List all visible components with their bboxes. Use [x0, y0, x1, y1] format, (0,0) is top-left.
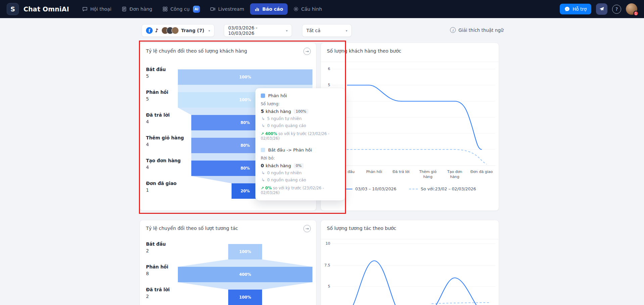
receipt-icon [121, 6, 127, 12]
channel-dropdown[interactable]: Tất cả ▾ [302, 24, 352, 37]
open-detail-arrow-icon[interactable]: → [303, 225, 311, 232]
nav-label: Hội thoại [90, 6, 111, 12]
tooltip-section1-header: Phản hồi [261, 93, 340, 98]
y-tick: 7.5 [323, 263, 330, 267]
tiktok-icon: ♪ [155, 27, 158, 34]
series-compare-line [336, 149, 487, 164]
card-title: Tỷ lệ chuyển đổi theo số lượng khách hàn… [146, 48, 247, 54]
funnel-bar[interactable]: 100% [178, 69, 312, 85]
x-label: Đã trả lời [388, 170, 414, 175]
x-label: Thêm giỏ hàng [416, 170, 439, 180]
open-detail-arrow-icon[interactable]: → [303, 48, 311, 55]
ai-badge: AI [193, 6, 200, 13]
card-line-interactions: Số lượng tương tác theo bước 10 7.5 5 [320, 220, 499, 305]
paper-plane-icon [599, 6, 604, 12]
navbar-right: Hỗ trợ ? 1 [560, 3, 637, 15]
tooltip-organic: 5 nguồn tự nhiên [267, 116, 302, 121]
notification-badge: 1 [633, 11, 639, 16]
trend-up-icon: ↗ [261, 186, 264, 190]
gridlines [332, 69, 495, 149]
funnel-step-label: Tạo đơn hàng4 [146, 158, 181, 170]
funnel-bar[interactable]: 20% [232, 183, 259, 199]
chevron-down-icon: ▾ [208, 29, 210, 33]
nav-item-tools[interactable]: Công cụ AI [158, 3, 204, 16]
legend-label: So với:23/02 – 02/03/2026 [421, 186, 476, 191]
chevron-down-icon: ▾ [346, 29, 347, 33]
legend-label: 03/03 – 10/03/2026 [355, 186, 396, 191]
customers-line-chart [332, 63, 495, 170]
funnel-step-label: Thêm giỏ hàng4 [146, 135, 184, 147]
tooltip-trend-row: ↗ 0% so với kỳ trước (23/02/26 - 02/03/2… [261, 186, 340, 195]
x-label: Tạo đơn hàng [443, 170, 466, 180]
info-icon: i [450, 27, 456, 33]
nav-item-orders[interactable]: Đơn hàng [117, 3, 157, 15]
page-avatars [161, 27, 179, 34]
funnel-bar-percent: 100% [239, 295, 251, 300]
top-navbar: S Chat OmniAI Hội thoại Đơn hàng Công cụ… [0, 0, 644, 18]
funnel-bar[interactable]: 100% [228, 290, 262, 305]
help-button[interactable]: ? [612, 5, 621, 14]
brand-title: Chat OmniAI [23, 5, 69, 13]
support-button[interactable]: Hỗ trợ [560, 4, 591, 14]
chat-icon [82, 6, 88, 12]
tooltip-metric-label: Rời bỏ: [261, 156, 340, 161]
tooltip-ads: 0 nguồn quảng cáo [267, 123, 306, 128]
tooltip-ads-row: ↳0 nguồn quảng cáo [261, 178, 340, 182]
funnel-step-label: Bắt đầu2 [146, 241, 166, 253]
step-color-swatch [261, 94, 265, 98]
branch-arrow-icon: ↳ [261, 171, 265, 175]
funnel-connector [178, 282, 312, 290]
nav-label: Cấu hình [301, 6, 322, 12]
nav-label: Báo cáo [262, 6, 283, 12]
branch-arrow-icon: ↳ [261, 123, 265, 128]
funnel-bar[interactable]: 400% [178, 267, 312, 282]
x-label: Đơn đã giao [468, 170, 495, 175]
y-tick: 6 [323, 67, 330, 71]
funnel-bar[interactable]: 100% [228, 244, 262, 259]
tooltip-unit: khách hàng [265, 163, 291, 168]
tooltip-percent-pill: 0% [294, 163, 303, 168]
tooltip-organic: 0 nguồn tự nhiên [267, 171, 302, 175]
page: S Chat OmniAI Hội thoại Đơn hàng Công cụ… [0, 0, 644, 305]
help-glyph: ? [615, 6, 618, 12]
funnel-bar-percent: 80% [241, 120, 250, 125]
funnel-bar-percent: 80% [241, 143, 250, 148]
tooltip-metric-label: Số lượng: [261, 102, 340, 106]
tooltip-trend-row: ↗ 400% so với kỳ trước (23/02/26 - 02/03… [261, 131, 340, 141]
page-avatar [171, 27, 179, 34]
y-tick: 5 [323, 83, 330, 87]
funnel-step-label: Đã trả lời2 [146, 287, 170, 299]
nav-item-conversations[interactable]: Hội thoại [78, 3, 116, 15]
divider [321, 62, 499, 62]
messenger-icon [564, 6, 570, 12]
divider [321, 239, 499, 239]
tooltip-organic-row: ↳5 nguồn tự nhiên [261, 116, 340, 121]
nav-item-settings[interactable]: Cấu hình [289, 3, 327, 15]
tooltip-step-title: Bắt đầu -> Phản hồi [268, 147, 312, 152]
interactions-line-chart [332, 240, 495, 305]
dashed-line-swatch [409, 189, 418, 189]
trend-percent: 0% [265, 186, 272, 190]
tooltip-value: 0 [261, 163, 264, 168]
series-current-line [347, 261, 482, 305]
app-logo[interactable]: S [7, 3, 19, 15]
tooltip-ads-row: ↳0 nguồn quảng cáo [261, 123, 340, 128]
funnel-step-label: Đã trả lời4 [146, 112, 170, 124]
date-range-dropdown[interactable]: 03/03/2026 - 10/03/2026 ▾ [224, 24, 292, 37]
user-avatar[interactable]: 1 [626, 3, 637, 15]
trend-up-icon: ↗ [261, 131, 264, 136]
pages-dropdown[interactable]: f ♪ Trang (7) ▾ [142, 24, 214, 37]
funnel-bar-percent: 100% [239, 98, 251, 102]
x-label: Phản hồi [361, 170, 388, 175]
support-label: Hỗ trợ [573, 6, 587, 12]
tooltip-step-title: Phản hồi [268, 93, 287, 98]
facebook-icon: f [146, 27, 153, 34]
nav-item-livestream[interactable]: Livestream [206, 3, 249, 15]
legend-item-current[interactable]: 03/03 – 10/03/2026 [344, 186, 396, 191]
glossary-link[interactable]: i Giải thích thuật ngữ [450, 27, 503, 33]
nav-item-reports[interactable]: Báo cáo [250, 3, 288, 15]
legend-item-compare[interactable]: So với:23/02 – 02/03/2026 [409, 186, 476, 191]
series-compare-line [432, 303, 489, 304]
funnel-tooltip: Phản hồi Số lượng: 5 khách hàng 100% ↳5 … [255, 88, 345, 200]
telegram-button[interactable] [596, 3, 607, 15]
